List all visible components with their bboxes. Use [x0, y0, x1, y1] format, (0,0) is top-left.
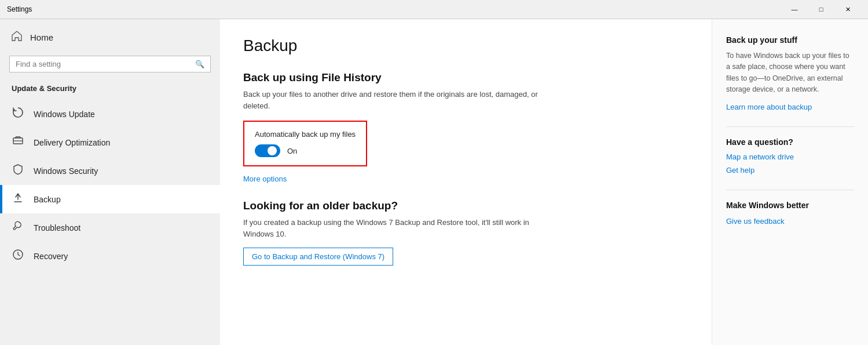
sidebar-item-troubleshoot[interactable]: Troubleshoot: [0, 213, 220, 242]
auto-backup-label: Automatically back up my files: [255, 130, 356, 139]
map-drive-link[interactable]: Map a network drive: [726, 152, 854, 161]
troubleshoot-label: Troubleshoot: [34, 223, 80, 233]
feedback-link[interactable]: Give us feedback: [726, 217, 784, 226]
file-history-desc: Back up your files to another drive and …: [243, 89, 544, 111]
window-body: Home 🔍 Update & Security Windows Update: [0, 19, 868, 345]
toggle-row: On: [255, 144, 356, 157]
toggle-on-text: On: [287, 147, 297, 155]
delivery-optimization-label: Delivery Optimization: [34, 138, 110, 147]
search-box: 🔍: [9, 56, 211, 72]
right-panel: Back up your stuff To have Windows back …: [712, 19, 868, 345]
home-label: Home: [30, 32, 53, 42]
sidebar-item-backup[interactable]: Backup: [0, 185, 220, 213]
stuff-desc: To have Windows back up your files to a …: [726, 50, 854, 96]
windows-update-label: Windows Update: [34, 110, 95, 119]
recovery-icon: [12, 249, 24, 263]
main-content: Backup Back up using File History Back u…: [220, 19, 712, 345]
sidebar-item-windows-update[interactable]: Windows Update: [0, 100, 220, 128]
close-button[interactable]: ✕: [834, 0, 861, 19]
file-history-heading: Back up using File History: [243, 71, 688, 84]
older-backup-heading: Looking for an older backup?: [243, 199, 688, 212]
auto-backup-toggle[interactable]: [255, 144, 280, 157]
sidebar-home[interactable]: Home: [0, 24, 220, 51]
more-options-link[interactable]: More options: [243, 175, 287, 183]
delivery-icon: [12, 135, 24, 150]
window-controls: — □ ✕: [781, 0, 861, 19]
sidebar-section-title: Update & Security: [0, 79, 220, 100]
minimize-button[interactable]: —: [781, 0, 808, 19]
backup-label: Backup: [34, 195, 61, 204]
sidebar: Home 🔍 Update & Security Windows Update: [0, 19, 220, 345]
make-better-heading: Make Windows better: [726, 201, 854, 210]
sidebar-item-delivery-optimization[interactable]: Delivery Optimization: [0, 128, 220, 157]
toggle-knob: [268, 146, 277, 155]
page-title: Backup: [243, 37, 688, 55]
backup-icon: [12, 192, 24, 206]
search-icon: 🔍: [195, 60, 204, 68]
stuff-heading: Back up your stuff: [726, 35, 854, 45]
app-title: Settings: [7, 5, 32, 13]
learn-more-link[interactable]: Learn more about backup: [726, 103, 812, 111]
sidebar-item-recovery[interactable]: Recovery: [0, 242, 220, 270]
backup-restore-button[interactable]: Go to Backup and Restore (Windows 7): [243, 248, 393, 266]
shield-icon: [12, 164, 24, 178]
get-help-link[interactable]: Get help: [726, 166, 755, 175]
title-bar: Settings — □ ✕: [0, 0, 868, 19]
search-input[interactable]: [16, 60, 191, 68]
maximize-button[interactable]: □: [808, 0, 834, 19]
sidebar-item-windows-security[interactable]: Windows Security: [0, 157, 220, 185]
recovery-label: Recovery: [34, 252, 68, 261]
troubleshoot-icon: [12, 220, 24, 235]
older-backup-desc: If you created a backup using the Window…: [243, 217, 544, 239]
home-icon: [12, 31, 22, 44]
update-icon: [12, 107, 24, 121]
auto-backup-box: Automatically back up my files On: [243, 121, 367, 166]
windows-security-label: Windows Security: [34, 166, 98, 176]
divider-2: [726, 190, 854, 190]
divider-1: [726, 126, 854, 127]
question-heading: Have a question?: [726, 137, 854, 147]
